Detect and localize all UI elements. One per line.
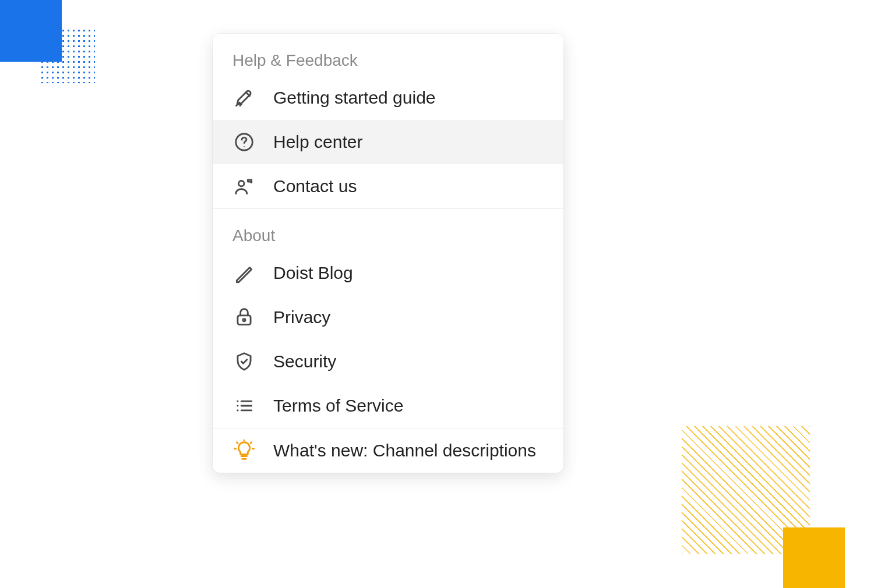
list-icon xyxy=(232,394,256,417)
pencil-icon xyxy=(232,261,256,285)
menu-item-contact-us[interactable]: Contact us xyxy=(213,164,563,208)
menu-item-label: Doist Blog xyxy=(273,263,353,283)
decor-orange-square xyxy=(783,527,845,588)
menu-item-whats-new[interactable]: What's new: Channel descriptions xyxy=(213,428,563,473)
svg-point-5 xyxy=(237,401,238,402)
svg-point-4 xyxy=(243,319,245,321)
help-menu-card: Help & Feedback Getting started guide He… xyxy=(213,34,563,473)
menu-item-privacy[interactable]: Privacy xyxy=(213,295,563,339)
section-title-help: Help & Feedback xyxy=(213,34,563,76)
menu-item-getting-started[interactable]: Getting started guide xyxy=(213,76,563,120)
section-title-about: About xyxy=(213,209,563,251)
rocket-icon xyxy=(232,86,256,109)
decor-dot-grid xyxy=(40,28,95,83)
shield-icon xyxy=(232,350,256,373)
lock-icon xyxy=(232,306,256,329)
svg-line-15 xyxy=(251,442,252,444)
contact-icon xyxy=(232,175,256,198)
lightbulb-icon xyxy=(232,439,256,462)
menu-item-help-center[interactable]: Help center xyxy=(213,120,563,164)
section-help-feedback: Help & Feedback Getting started guide He… xyxy=(213,34,563,209)
menu-item-label: Getting started guide xyxy=(273,88,436,108)
svg-point-2 xyxy=(239,181,245,187)
svg-rect-3 xyxy=(238,316,251,325)
section-about: About Doist Blog Privacy Security Terms … xyxy=(213,209,563,428)
menu-item-terms[interactable]: Terms of Service xyxy=(213,384,563,428)
menu-item-security[interactable]: Security xyxy=(213,339,563,384)
svg-point-7 xyxy=(237,409,238,411)
menu-item-label: What's new: Channel descriptions xyxy=(273,441,536,461)
menu-item-label: Contact us xyxy=(273,176,357,196)
svg-point-1 xyxy=(244,146,245,147)
svg-line-14 xyxy=(237,442,238,444)
menu-item-label: Help center xyxy=(273,132,362,152)
section-whats-new: What's new: Channel descriptions xyxy=(213,428,563,473)
menu-item-doist-blog[interactable]: Doist Blog xyxy=(213,251,563,295)
svg-point-6 xyxy=(237,405,238,406)
menu-item-label: Privacy xyxy=(273,307,330,327)
menu-item-label: Terms of Service xyxy=(273,396,403,416)
question-icon xyxy=(232,130,256,154)
menu-item-label: Security xyxy=(273,352,336,371)
